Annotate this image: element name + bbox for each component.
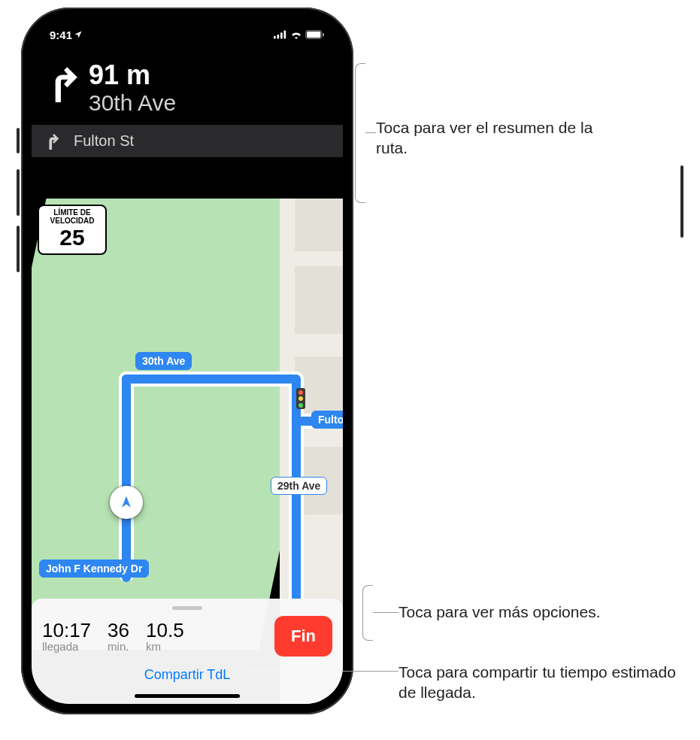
eta-sheet[interactable]: 10:17 llegada 36 min. 10.5 km Fin Compar… <box>32 599 343 704</box>
directions-text: 91 m 30th Ave <box>89 62 176 116</box>
building <box>295 199 343 251</box>
location-icon <box>74 30 83 39</box>
direction-street: 30th Ave <box>89 90 176 116</box>
callout-route-summary-text: Toca para ver el resumen de la ruta. <box>376 119 592 156</box>
svg-rect-5 <box>307 32 320 38</box>
next-street: Fulton St <box>74 132 134 150</box>
stat-duration: 36 min. <box>108 620 129 653</box>
silence-switch <box>17 128 20 153</box>
svg-rect-1 <box>277 35 280 38</box>
home-indicator[interactable] <box>135 694 240 698</box>
cellular-icon <box>274 30 287 39</box>
svg-rect-6 <box>323 33 324 37</box>
end-button[interactable]: Fin <box>274 616 332 657</box>
eta-stats: 10:17 llegada 36 min. 10.5 km <box>42 620 184 653</box>
directions-main[interactable]: 91 m 30th Ave <box>32 51 343 125</box>
svg-rect-3 <box>284 31 286 39</box>
distance-value: 10.5 <box>146 620 184 640</box>
speed-limit-sign: LÍMITE DE VELOCIDAD 25 <box>38 205 107 255</box>
directions-next[interactable]: Fulton St <box>32 125 343 157</box>
svg-rect-2 <box>280 32 283 38</box>
building <box>295 266 343 334</box>
directions-banner[interactable]: 91 m 30th Ave Fulton St <box>32 51 343 157</box>
arrival-time: 10:17 <box>42 620 91 640</box>
battery-icon <box>305 30 325 39</box>
callout-route-summary: Toca para ver el resumen de la ruta. <box>376 117 602 159</box>
turn-right-small-icon <box>45 133 60 150</box>
share-row: Compartir TdL <box>42 667 332 683</box>
map-label-30th-ave: 30th Ave <box>135 352 192 370</box>
route-line <box>122 375 298 384</box>
direction-distance: 91 m <box>89 62 176 89</box>
status-clock: 9:41 <box>50 29 72 41</box>
status-right <box>274 30 325 39</box>
speed-value: 25 <box>41 226 104 249</box>
stat-distance: 10.5 km <box>146 620 184 653</box>
callout-more-options-text: Toca para ver más opciones. <box>398 603 600 620</box>
volume-up-button <box>17 169 20 216</box>
power-button <box>680 165 683 238</box>
volume-down-button <box>17 226 20 272</box>
callout-more-options: Toca para ver más opciones. <box>398 602 669 622</box>
status-time: 9:41 <box>50 29 83 41</box>
drag-handle[interactable] <box>172 606 202 610</box>
speed-label-1: LÍMITE DE <box>41 209 104 217</box>
stat-arrival: 10:17 llegada <box>42 620 91 653</box>
callout-share-eta: Toca para compartir tu tiempo estimado d… <box>398 662 684 703</box>
map-label-fulton: Fulton <box>311 411 343 429</box>
callout-share-eta-text: Toca para compartir tu tiempo estimado d… <box>398 663 676 701</box>
share-eta-button[interactable]: Compartir TdL <box>144 667 231 683</box>
heading-icon <box>119 495 134 510</box>
map-label-jfk-dr: John F Kennedy Dr <box>39 560 149 578</box>
route-line <box>122 375 131 582</box>
distance-label: km <box>146 640 184 653</box>
svg-rect-0 <box>274 36 276 39</box>
map-label-29th-ave: 29th Ave <box>271 477 327 495</box>
duration-value: 36 <box>108 620 129 640</box>
current-location-puck <box>110 486 143 519</box>
wifi-icon <box>290 30 302 39</box>
arrival-label: llegada <box>42 640 91 653</box>
eta-row: 10:17 llegada 36 min. 10.5 km Fin <box>42 616 332 657</box>
speed-label-2: VELOCIDAD <box>41 217 104 226</box>
traffic-light-icon <box>296 388 305 409</box>
turn-right-icon <box>45 65 78 102</box>
phone-frame: 9:41 91 m 30th Ave <box>21 8 353 714</box>
notch <box>108 18 266 41</box>
duration-label: min. <box>108 640 129 653</box>
screen: 9:41 91 m 30th Ave <box>32 18 343 704</box>
